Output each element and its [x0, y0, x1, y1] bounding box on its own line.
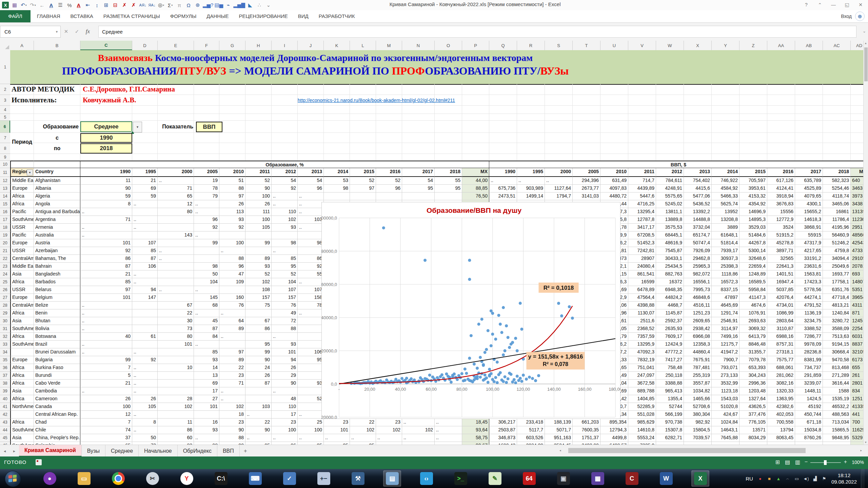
edu-cell[interactable]: 8: [132, 419, 158, 426]
edu-cell[interactable]: 48: [272, 395, 298, 403]
gdp-cell[interactable]: [712, 442, 739, 445]
education-value-cell[interactable]: Среднее: [80, 121, 132, 132]
redo-icon[interactable]: ↷▾: [29, 1, 37, 9]
column-header-W[interactable]: W: [656, 41, 684, 50]
edu-cell[interactable]: 89: [245, 255, 272, 263]
edu-cell[interactable]: ..: [435, 419, 462, 426]
gdp-cell[interactable]: 47772,2: [656, 348, 684, 356]
edu-cell[interactable]: [245, 395, 272, 403]
edu-cell[interactable]: [158, 278, 194, 286]
country-cell[interactable]: Cabo Verde: [34, 380, 80, 387]
edu-cell[interactable]: 52: [350, 177, 376, 185]
gdp-cell[interactable]: 27318,1: [767, 348, 795, 356]
gdp-mx-cell[interactable]: 14807: [851, 278, 863, 286]
edu-cell[interactable]: 158: [298, 294, 324, 302]
country-cell[interactable]: Belize: [34, 302, 80, 309]
edu-cell[interactable]: [298, 247, 324, 255]
edu-cell[interactable]: [245, 309, 272, 317]
gdp-cell[interactable]: 7357,59: [628, 333, 656, 341]
gdp-cell[interactable]: 3918,94: [767, 192, 795, 200]
gdp-mx-cell[interactable]: 693: [851, 270, 863, 278]
gdp-cell[interactable]: 566,199: [656, 411, 684, 419]
gdp-cell[interactable]: 3524: [767, 224, 795, 231]
gdp-cell[interactable]: 3732,04: [684, 224, 712, 231]
taskbar-icon-calculator[interactable]: +−: [315, 470, 333, 487]
gdp-cell[interactable]: 61648,1: [712, 231, 739, 239]
gdp-cell[interactable]: 746,922: [712, 177, 739, 185]
chart-help-icon[interactable]: ▂▅?: [203, 1, 213, 9]
region-cell[interactable]: Africa: [10, 372, 34, 380]
gdp-cell[interactable]: 985,629: [628, 419, 656, 426]
edu-cell[interactable]: [194, 255, 219, 263]
start-button[interactable]: [5, 471, 21, 487]
ribbon-display-options-button[interactable]: ⌃: [813, 0, 827, 9]
edu-cell[interactable]: ..: [219, 395, 245, 403]
column-header-T[interactable]: T: [573, 41, 600, 50]
edu-cell[interactable]: 83: [158, 442, 194, 445]
row-header-32[interactable]: 32: [0, 333, 10, 341]
gdp-cell[interactable]: 16861: [823, 208, 851, 216]
gdp-mx-cell[interactable]: 261: [851, 372, 863, 380]
gdp-cell[interactable]: 4480,72: [600, 192, 628, 200]
edu-cell[interactable]: 28: [158, 395, 194, 403]
gdp-cell[interactable]: 4415,6: [684, 185, 712, 192]
sheet-tab-среднее[interactable]: Среднее: [105, 445, 139, 457]
gdp-cell[interactable]: 1240,84: [823, 309, 851, 317]
gdp-mx-cell[interactable]: 48560: [851, 231, 863, 239]
edu-cell[interactable]: ..: [132, 216, 158, 224]
gdp-cell[interactable]: 861,541: [628, 270, 656, 278]
row-header-38[interactable]: 38: [0, 380, 10, 387]
edu-cell[interactable]: 76: [272, 302, 298, 309]
edu-cell[interactable]: ..: [194, 434, 219, 442]
gdp-cell[interactable]: 31355,7: [739, 348, 767, 356]
gdp-cell[interactable]: 1448,11: [795, 387, 823, 395]
row-header-2[interactable]: 2: [0, 84, 10, 95]
edu-cell[interactable]: 26: [219, 200, 245, 208]
gdp-mx-cell[interactable]: 3973: [851, 192, 863, 200]
edu-cell[interactable]: ..: [132, 426, 158, 434]
gdp-cell[interactable]: 12424,9: [656, 341, 684, 348]
edu-cell[interactable]: 103: [298, 216, 324, 224]
region-cell[interactable]: Europe: [10, 356, 34, 364]
gdp-mx-cell[interactable]: 4311: [851, 302, 863, 309]
edu-cell[interactable]: 90: [245, 185, 272, 192]
justify-icon[interactable]: ☰: [56, 1, 64, 9]
edu-cell[interactable]: ..: [80, 224, 132, 231]
country-cell[interactable]: China, People's Rep.: [34, 434, 80, 442]
gdp-cell[interactable]: 4195,96: [823, 224, 851, 231]
gdp-mx-cell[interactable]: 3463: [851, 185, 863, 192]
gdp-cell[interactable]: 50747,4: [684, 239, 712, 247]
edu-cell[interactable]: ..: [402, 419, 435, 426]
edu-cell[interactable]: 95: [324, 442, 350, 445]
edu-cell[interactable]: [298, 317, 324, 325]
gdp-cell[interactable]: 67208,5: [628, 231, 656, 239]
gdp-cell[interactable]: 3868,91: [795, 224, 823, 231]
gdp-cell[interactable]: 12358,3: [684, 341, 712, 348]
edu-cell[interactable]: 68: [194, 302, 219, 309]
underline-icon[interactable]: A: [47, 1, 55, 9]
gdp-cell[interactable]: 631,49: [600, 177, 628, 185]
edu-cell[interactable]: 107: [132, 239, 158, 247]
country-cell[interactable]: Bahamas, The: [34, 255, 80, 263]
edu-cell[interactable]: 87: [132, 255, 158, 263]
gdp-cell[interactable]: 4300,1: [795, 200, 823, 208]
gdp-cell[interactable]: 13571: [739, 426, 767, 434]
edu-cell[interactable]: ..: [435, 434, 462, 442]
edu-cell[interactable]: 100: [245, 216, 272, 224]
edu-cell[interactable]: 85: [272, 255, 298, 263]
select-all-corner[interactable]: [0, 41, 11, 50]
zoom-in-icon[interactable]: +: [844, 459, 847, 465]
country-cell[interactable]: Bahrain: [34, 263, 80, 270]
gdp-cell[interactable]: 23631,6: [795, 263, 823, 270]
edu-cell[interactable]: ..: [194, 341, 219, 348]
gdp-mx-cell[interactable]: 41335: [851, 403, 863, 411]
gdp-cell[interactable]: 9470,58: [823, 356, 851, 364]
edu-cell[interactable]: [158, 216, 194, 224]
edu-cell[interactable]: 54: [272, 177, 298, 185]
country-cell[interactable]: Brunei Darussalam: [34, 348, 80, 356]
gdp-cell[interactable]: 16372: [656, 278, 684, 286]
edu-cell[interactable]: 74: [80, 426, 132, 434]
edu-cell[interactable]: 86: [158, 426, 194, 434]
tray-volume-icon[interactable]: ◄): [803, 476, 809, 481]
taskbar-icon-chrome-browser[interactable]: [109, 470, 127, 487]
